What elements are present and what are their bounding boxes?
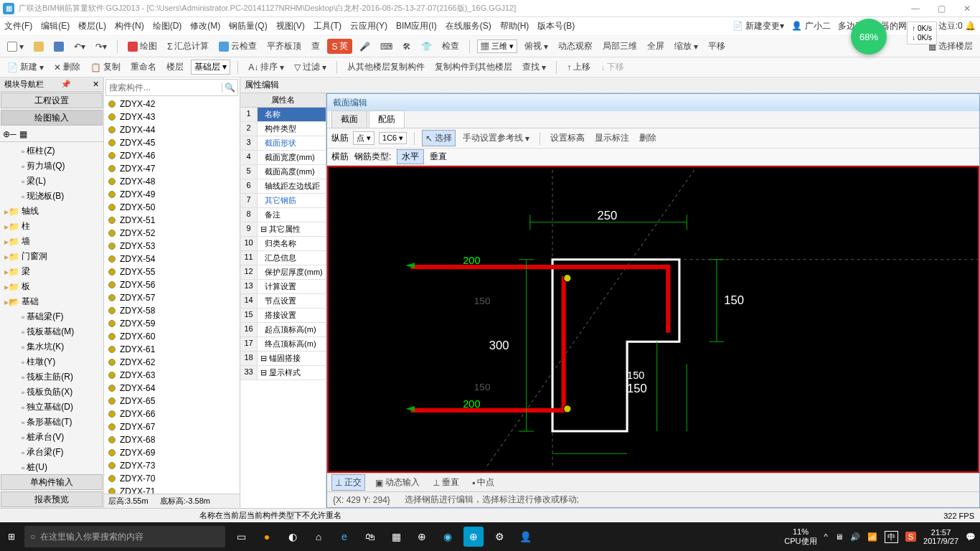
sort-button[interactable]: A↓ 排序▾: [245, 60, 287, 75]
property-row[interactable]: 12 保护层厚度(mm): [240, 265, 326, 280]
tree-node[interactable]: ▫框柱(Z): [1, 143, 102, 159]
property-row[interactable]: 11 汇总信息: [240, 251, 326, 265]
draw-button[interactable]: 绘图: [125, 39, 160, 54]
property-row[interactable]: 7 其它钢筋: [240, 194, 326, 208]
floor-dropdown[interactable]: 基础层 ▾: [191, 60, 230, 75]
fullscreen-button[interactable]: 全屏: [644, 39, 667, 54]
section-report-preview[interactable]: 报表预览: [1, 491, 103, 507]
list-item[interactable]: ZDYX-42: [104, 98, 240, 110]
manual-refline-button[interactable]: 手动设置参考线▾: [460, 131, 532, 146]
list-item[interactable]: ZDYX-61: [104, 343, 240, 356]
property-row[interactable]: 15 搭接设置: [240, 309, 326, 323]
notifications-icon[interactable]: 💬: [966, 532, 976, 542]
find-button[interactable]: 查找▾: [519, 60, 549, 75]
nav-pin-icon[interactable]: 📌: [61, 80, 71, 89]
search-icon[interactable]: 🔍: [222, 83, 237, 93]
mic-icon[interactable]: 🎤: [357, 40, 373, 53]
property-row[interactable]: 17 终点顶标高(m): [240, 337, 326, 352]
copy-to-floor-button[interactable]: 复制构件到其他楼层: [432, 60, 515, 75]
property-row[interactable]: 33⊟ 显示样式: [240, 366, 326, 380]
tree-node[interactable]: ▫基础梁(F): [1, 309, 102, 324]
tree-node[interactable]: ▫独立基础(D): [1, 400, 102, 415]
nav-tab-icon2[interactable]: ▦: [19, 129, 27, 139]
tree-node[interactable]: ▸📁门窗洞: [1, 249, 102, 264]
menu-item[interactable]: 帮助(H): [500, 20, 529, 32]
property-row[interactable]: 10 归类名称: [240, 237, 326, 251]
new-component-button[interactable]: 📄 新建▾: [4, 60, 47, 75]
list-item[interactable]: ZDYX-45: [104, 136, 240, 149]
list-item[interactable]: ZDYX-43: [104, 110, 240, 123]
list-item[interactable]: ZDYX-44: [104, 123, 240, 136]
tree-node[interactable]: ▸📁墙: [1, 234, 102, 249]
tree-node[interactable]: ▫集水坑(K): [1, 339, 102, 354]
vertical-button[interactable]: 垂直: [430, 151, 447, 163]
list-item[interactable]: ZDYX-71: [104, 485, 240, 494]
property-row[interactable]: 13 计算设置: [240, 280, 326, 294]
list-item[interactable]: ZDYX-53: [104, 240, 240, 253]
menu-item[interactable]: 工具(T): [314, 20, 341, 32]
check-button[interactable]: 查: [308, 39, 323, 54]
network-icon[interactable]: 📶: [867, 532, 877, 542]
shirt-icon[interactable]: 👕: [418, 40, 435, 53]
select-button[interactable]: ↖ 选择: [422, 130, 456, 146]
move-up-button[interactable]: ↑ 上移: [564, 60, 593, 75]
move-down-button[interactable]: ↓ 下移: [598, 60, 627, 75]
point-dropdown[interactable]: 点 ▾: [353, 131, 374, 145]
tree-node[interactable]: ▫承台梁(F): [1, 445, 102, 460]
list-item[interactable]: ZDYX-48: [104, 175, 240, 188]
list-item[interactable]: ZDYX-65: [104, 395, 240, 408]
property-row[interactable]: 6 轴线距左边线距: [240, 179, 326, 194]
delete-button[interactable]: ✕ 删除: [51, 60, 83, 75]
list-item[interactable]: ZDYX-55: [104, 265, 240, 278]
undo-icon[interactable]: ↶▾: [71, 40, 88, 53]
tree-node[interactable]: ▫筏板基础(M): [1, 324, 102, 339]
filter-button[interactable]: ▽ 过滤▾: [291, 60, 329, 75]
new-file-icon[interactable]: ▾: [4, 40, 27, 53]
section-project-settings[interactable]: 工程设置: [1, 93, 103, 108]
rename-button[interactable]: 重命名: [128, 60, 159, 75]
property-row[interactable]: 9⊟ 其它属性: [240, 222, 326, 237]
maximize-button[interactable]: ▢: [931, 2, 951, 15]
tree-node[interactable]: ▫柱墩(Y): [1, 354, 102, 369]
ortho-button[interactable]: ⊥ 正交: [331, 474, 365, 491]
menu-item[interactable]: 钢筋量(Q): [229, 20, 267, 32]
zoom-button[interactable]: 缩放▾: [672, 39, 701, 54]
check2-button[interactable]: 检查: [439, 39, 462, 54]
cortana-search[interactable]: ○ 在这里输入你要搜索的内容: [24, 526, 225, 547]
set-elevation-button[interactable]: 设置标高: [547, 131, 588, 146]
task-icon[interactable]: ⚙: [489, 527, 509, 547]
list-item[interactable]: ZDYX-58: [104, 304, 240, 317]
store-icon[interactable]: 🛍: [360, 527, 380, 547]
horizontal-button[interactable]: 水平: [397, 149, 424, 164]
topview-button[interactable]: 俯视▾: [522, 39, 551, 54]
minimize-button[interactable]: —: [905, 2, 925, 15]
show-label-button[interactable]: 显示标注: [592, 131, 632, 146]
list-item[interactable]: ZDYX-64: [104, 382, 240, 395]
search-input[interactable]: [106, 83, 222, 93]
list-item[interactable]: ZDYX-50: [104, 201, 240, 214]
list-item[interactable]: ZDYX-57: [104, 291, 240, 304]
start-button[interactable]: ⊞: [4, 529, 19, 544]
user-label[interactable]: 👤 广小二: [791, 20, 830, 32]
task-icon[interactable]: ⊕: [463, 527, 484, 547]
tray-up-icon[interactable]: ^: [824, 532, 828, 541]
list-item[interactable]: ZDYX-54: [104, 253, 240, 265]
new-change-button[interactable]: 📄 新建变更▾: [732, 20, 784, 32]
list-item[interactable]: ZDYX-60: [104, 330, 240, 343]
section-draw-input[interactable]: 绘图输入: [1, 110, 103, 126]
volume-icon[interactable]: 🔊: [850, 532, 860, 542]
copy-button[interactable]: 📋 复制: [88, 60, 123, 75]
view3d-dropdown[interactable]: ▦ 三维 ▾: [477, 39, 517, 53]
menu-item[interactable]: 构件(N): [115, 20, 144, 32]
ime-button[interactable]: S 英: [327, 39, 352, 54]
taskview-icon[interactable]: ▭: [231, 527, 251, 547]
property-row[interactable]: 5 截面高度(mm): [240, 165, 326, 179]
task-avatar[interactable]: 👤: [515, 527, 535, 547]
tree-node[interactable]: ▸📁板: [1, 279, 102, 294]
list-item[interactable]: ZDYX-59: [104, 317, 240, 330]
dynamic-input-button[interactable]: ▣ 动态输入: [372, 475, 423, 490]
menu-item[interactable]: BIM应用(I): [396, 20, 437, 32]
section-single-input[interactable]: 单构件输入: [1, 474, 103, 490]
property-row[interactable]: 8 备注: [240, 208, 326, 222]
list-item[interactable]: ZDYX-66: [104, 408, 240, 420]
